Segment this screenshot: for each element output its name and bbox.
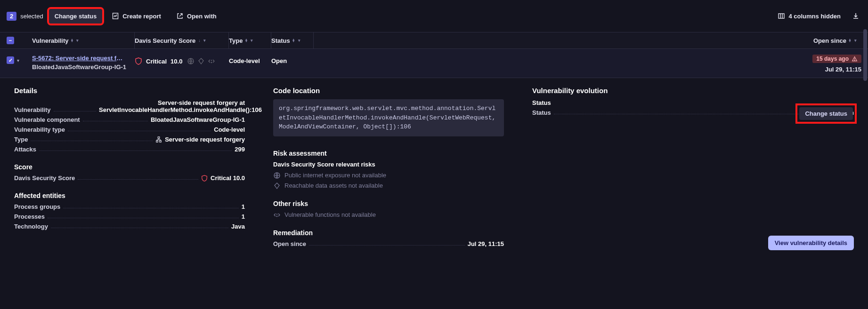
row-open-cell: 15 days ago Jul 29, 11:15 [812,54,861,73]
chevron-down-icon: ▾ [251,38,253,43]
open-external-icon [176,12,184,20]
view-vulnerability-details-button[interactable]: View vulnerability details [768,236,854,250]
expand-caret-icon[interactable]: ▾ [17,58,19,63]
row-checkbox[interactable] [7,56,14,64]
score-value: 10.0 [170,58,182,65]
dss-risks-label: Davis Security Score relevant risks [273,161,504,168]
globe-icon [187,57,195,65]
svg-rect-1 [779,14,784,18]
chevron-down-icon: ▾ [854,38,857,43]
col-dss[interactable]: Davis Security Score ↓ ▾ [135,32,229,48]
kv-open-since: Open since Jul 29, 11:15 [273,240,504,247]
col-status-label: Status [271,37,290,44]
create-report-label: Create report [122,13,161,20]
severity-critical-icon [201,175,208,182]
kv-component: Vulnerable component BloatedJavaSoftware… [14,116,245,123]
chevron-down-icon: ▾ [76,38,79,43]
k-vulnerability: Vulnerability [14,106,51,113]
sort-icon: ▲▼ [292,39,295,42]
k-open-since: Open since [273,240,306,247]
v-dss: Critical 10.0 [201,174,245,182]
v-type: Server-side request forgery [155,136,245,143]
code-location-box: org.springframework.web.servlet.mvc.meth… [273,99,504,136]
remediation-heading: Remediation [273,229,504,237]
ssrf-icon [155,136,162,143]
risk-data: Reachable data assets not available [273,182,504,190]
open-with-button[interactable]: Open with [170,8,222,24]
svg-rect-5 [158,136,160,138]
other-risks-heading: Other risks [273,200,504,207]
svg-point-4 [854,60,855,61]
col-status[interactable]: Status ▲▼ ▾ [271,32,314,48]
warning-icon [852,56,858,62]
sort-icon: ▲▼ [244,39,248,42]
sort-icon: ▲▼ [71,39,74,42]
k-pg: Process groups [14,203,60,210]
columns-icon [778,12,785,20]
col-type[interactable]: Type ▲▼ ▾ [229,32,271,48]
hidden-columns-button[interactable]: 4 columns hidden [772,8,846,24]
risk-internet: Public internet exposure not available [273,172,504,179]
k-evo-status: Status [532,109,551,116]
open-date: Jul 29, 11:15 [812,66,861,73]
col-open-since[interactable]: Open since ▲▼ ▾ [813,32,861,48]
kv-dss: Davis Security Score Critical 10.0 [14,174,245,182]
row-type-cell: Code-level [229,54,271,64]
report-icon [112,12,119,20]
kv-pg: Process groups 1 [14,203,245,210]
svg-rect-6 [156,140,158,142]
v-vtype: Code-level [214,126,245,133]
row-status-cell: Open [271,54,314,64]
v-proc: 1 [242,213,245,220]
globe-icon [273,172,281,179]
age-badge: 15 days ago [812,55,861,63]
vulnerability-link[interactable]: S-5672: Server-side request forge… [32,55,126,62]
diamond-icon [197,57,205,65]
k-type: Type [14,136,28,143]
change-status-button-detail[interactable]: Change status [799,107,853,120]
col-dss-label: Davis Security Score [135,37,195,44]
code-warn-icon [273,211,281,219]
table-header: Vulnerability ▲▼ ▾ Davis Security Score … [0,32,868,49]
details-left-col: Details Vulnerability Server-side reques… [14,87,245,250]
severity-critical-icon [135,57,142,65]
severity-label: Critical [146,58,167,65]
details-heading: Details [14,87,245,95]
change-status-label: Change status [55,13,97,20]
risk-vulnfn-text: Vulnerable functions not available [284,211,376,218]
selected-count-badge: 2 [7,12,16,21]
v-component: BloatedJavaSoftwareGroup-IG-1 [151,116,245,123]
sort-desc-icon: ↓ [198,38,201,43]
kv-vtype: Vulnerability type Code-level [14,126,245,133]
risk-data-text: Reachable data assets not available [284,182,383,189]
toolbar: 2 selected Change status Create report O… [0,0,868,32]
v-attacks: 299 [235,146,245,153]
details-mid-col: Code location org.springframework.web.se… [273,87,504,250]
create-report-button[interactable]: Create report [106,8,167,24]
kv-vulnerability: Vulnerability Server-side request forger… [14,99,245,113]
svg-rect-7 [160,140,162,142]
table-row[interactable]: ▾ S-5672: Server-side request forge… Blo… [0,49,868,78]
row-vuln-cell: S-5672: Server-side request forge… Bloat… [32,54,135,71]
v-tech: Java [231,223,245,230]
svg-point-9 [276,216,277,216]
change-status-highlight: Change status [795,103,857,124]
k-attacks: Attacks [14,146,36,153]
evolution-heading: Vulnerability evolution [532,87,854,95]
change-status-button[interactable]: Change status [49,9,103,24]
selected-label: selected [20,13,43,20]
scrollbar[interactable] [863,29,867,81]
row-check-cell: ▾ [7,54,32,64]
chevron-down-icon: ▾ [298,38,300,43]
details-right-col: Vulnerability evolution Status Status Op… [532,87,854,250]
col-vulnerability-label: Vulnerability [32,37,69,44]
diamond-icon [273,182,281,190]
select-all-checkbox[interactable] [7,37,14,44]
kv-attacks: Attacks 299 [14,146,245,153]
k-component: Vulnerable component [14,116,80,123]
kv-type: Type Server-side request forgery [14,136,245,143]
download-button[interactable] [850,8,861,24]
col-vulnerability[interactable]: Vulnerability ▲▼ ▾ [32,32,135,48]
age-text: 15 days ago [816,55,849,62]
col-open-since-label: Open since [813,37,846,44]
